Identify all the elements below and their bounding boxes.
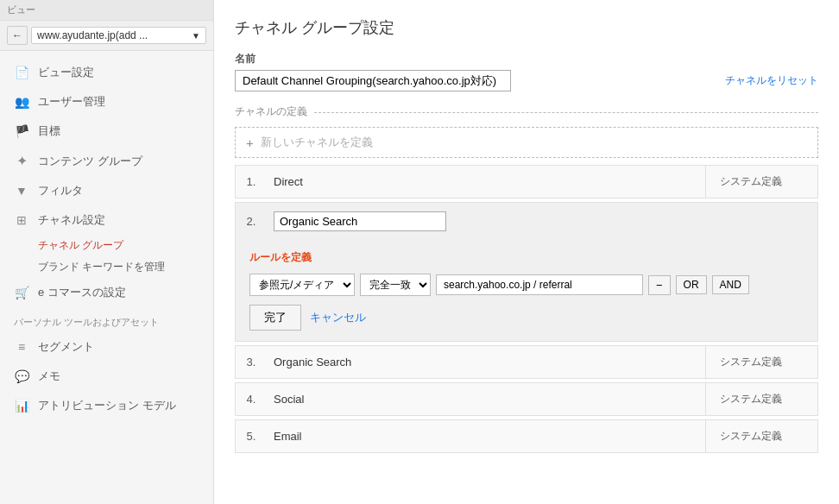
main-content: チャネル グループ設定 名前 チャネルをリセット チャネルの定義 + 新しいチャ… [214,0,839,504]
rule-condition-select[interactable]: 完全一致 [360,274,431,296]
sidebar-item-channel-group[interactable]: チャネル グループ [0,235,213,256]
cart-icon: 🛒 [14,286,29,299]
nav-label: フィルタ [38,183,83,198]
rule-label: ルールを定義 [249,250,804,265]
sidebar-item-segments[interactable]: ≡ セグメント [0,332,213,362]
view-selector[interactable]: www.ayudante.jp(add ... ▼ [31,27,206,44]
channel-def-label: チャネルの定義 [235,104,314,119]
channel-num-4: 4. [236,384,267,414]
sidebar-item-ecommerce[interactable]: 🛒 e コマースの設定 [0,278,213,307]
view-selector-chevron: ▼ [192,31,200,41]
add-channel-label: 新しいチャネルを定義 [261,135,373,150]
done-button[interactable]: 完了 [249,305,301,331]
sidebar-item-view-settings[interactable]: 📄 ビュー設定 [0,58,213,87]
channel-name-input-wrapper [267,203,817,240]
rule-minus-button[interactable]: − [648,275,671,295]
name-label: 名前 [235,52,818,66]
sub-label: ブランド キーワードを管理 [38,261,165,273]
content-icon: ✦ [14,153,29,169]
add-channel-row[interactable]: + 新しいチャネルを定義 [235,127,818,158]
channel-row-4: 4. Social システム定義 [235,382,818,416]
view-selector-label: www.ayudante.jp(add ... [37,29,148,41]
channel-row-2: 2. ルールを定義 参照元/メディア 完全一致 − OR AND 完了 [235,202,818,342]
nav-label: 目標 [38,123,60,139]
sidebar-item-goals[interactable]: 🏴 目標 [0,117,213,146]
channel-num-3: 3. [236,347,267,377]
channel-row-2-top: 2. [236,203,817,240]
channel-tag-3: システム定義 [705,346,817,378]
nav-label: セグメント [38,339,94,355]
channel-row-1: 1. Direct システム定義 [235,165,818,198]
sub-label: チャネル グループ [38,239,123,251]
cancel-button[interactable]: キャンセル [310,310,366,325]
channel-tag-1: システム定義 [705,166,817,198]
nav-label: コンテンツ グループ [38,154,142,169]
document-icon: 📄 [14,66,29,79]
channel-def-section: チャネルの定義 + 新しいチャネルを定義 [235,105,818,158]
view-label: ビュー [7,3,35,16]
rule-area-2: ルールを定義 参照元/メディア 完全一致 − OR AND 完了 キャンセル [236,240,817,341]
channel-name-5: Email [267,421,705,451]
name-input[interactable] [235,70,511,91]
channel-row-3: 3. Organic Search システム定義 [235,345,818,379]
channel-num-2: 2. [236,206,267,236]
channel-row-5: 5. Email システム定義 [235,419,818,453]
sidebar-top: ビュー [0,0,213,21]
sidebar: ビュー ← www.ayudante.jp(add ... ▼ 📄 ビュー設定 … [0,0,214,504]
nav-label: チャネル設定 [38,212,105,228]
sidebar-item-attribution[interactable]: 📊 アトリビューション モデル [0,391,213,420]
nav-label: メモ [38,369,60,384]
action-row: 完了 キャンセル [249,305,804,331]
channel-icon: ⊞ [14,213,29,227]
flag-icon: 🏴 [14,124,29,138]
users-icon: 👥 [14,95,29,109]
filter-icon: ▼ [14,184,29,198]
attribution-icon: 📊 [14,399,29,413]
channel-tag-4: システム定義 [705,383,817,415]
nav-label: ビュー設定 [38,65,94,80]
reset-link[interactable]: チャネルをリセット [725,73,818,88]
sidebar-nav: 📄 ビュー設定 👥 ユーザー管理 🏴 目標 ✦ コンテンツ グループ ▼ フィル… [0,51,213,427]
name-row: チャネルをリセット [235,70,818,91]
nav-label: アトリビューション モデル [38,398,176,413]
sidebar-item-brand-keywords[interactable]: ブランド キーワードを管理 [0,256,213,278]
sidebar-item-notes[interactable]: 💬 メモ [0,362,213,391]
back-button[interactable]: ← [7,26,28,45]
sidebar-item-filters[interactable]: ▼ フィルタ [0,176,213,205]
segments-icon: ≡ [14,340,29,354]
sidebar-item-content-groups[interactable]: ✦ コンテンツ グループ [0,146,213,176]
channel-name-3: Organic Search [267,347,705,377]
section-label: パーソナル ツールおよびアセット [0,307,213,332]
notes-icon: 💬 [14,369,29,383]
page-title: チャネル グループ設定 [235,17,818,38]
plus-icon: + [246,135,254,150]
channel-num-5: 5. [236,421,267,451]
channel-name-input-2[interactable] [274,211,446,231]
rule-value-input[interactable] [436,274,643,295]
rule-and-button[interactable]: AND [712,275,749,294]
rule-or-button[interactable]: OR [676,275,707,294]
sidebar-item-channel-settings[interactable]: ⊞ チャネル設定 [0,205,213,235]
nav-label: ユーザー管理 [38,94,105,110]
rule-source-select[interactable]: 参照元/メディア [249,274,355,296]
nav-label: e コマースの設定 [38,285,126,300]
sidebar-item-user-management[interactable]: 👥 ユーザー管理 [0,87,213,117]
channel-tag-5: システム定義 [705,420,817,452]
channel-num-1: 1. [236,167,267,197]
channel-name-4: Social [267,384,705,414]
channel-name-1: Direct [267,167,705,197]
rule-row: 参照元/メディア 完全一致 − OR AND [249,274,804,296]
